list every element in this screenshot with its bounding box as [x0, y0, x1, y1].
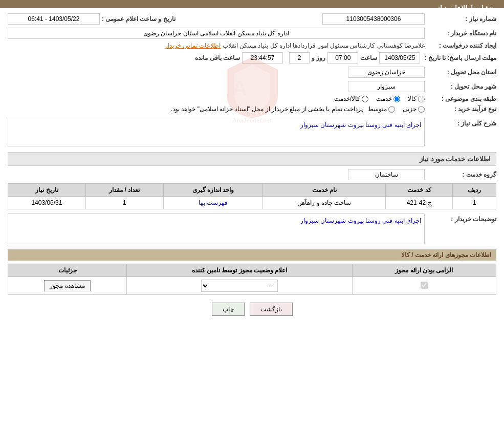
cell-name: ساخت جاده و راهآهن [263, 197, 386, 209]
col-joziyat: جزئیات [8, 264, 127, 277]
radio-khadamat-label: خدمت [376, 95, 392, 102]
permit-row: -- مشاهده مجوز [8, 277, 496, 295]
header-bar: جزئیات اطلاعات نیاز [0, 0, 504, 8]
permits-table: الزامی بودن ارائه مجوز اعلام وضعیت مجوز … [8, 264, 496, 295]
col-name: نام خدمت [263, 184, 386, 197]
print-button[interactable]: چاپ [212, 303, 245, 316]
main-content: A AnaJender.net شماره نیاز : 11030054380… [0, 8, 504, 329]
col-radif: ردیف [453, 184, 496, 197]
cell-tarikh: 1403/06/31 [8, 197, 86, 209]
mojavez-divider: اطلاعات مجوزهای ارائه خدمت / کالا [8, 249, 496, 261]
radio-jazii-item[interactable]: جزیی [403, 105, 425, 113]
ijad-konande-row: ایجاد کننده درخواست : غلامرضا کوهستانی ک… [8, 42, 496, 49]
baqi-value: 23:44:57 [242, 52, 283, 63]
rooz-label: روز و [312, 54, 325, 61]
nam-dastgah-label: نام دستگاه خریدار : [425, 30, 496, 37]
button-row: بازگشت چاپ [8, 303, 496, 324]
back-button[interactable]: بازگشت [250, 303, 293, 316]
tabaqe-label: طبقه بندی موضوعی : [425, 95, 496, 102]
permit-elzami-cell [352, 277, 496, 295]
gorooh-label: گروه خدمت : [425, 171, 496, 178]
baqi-label: ساعت باقی مانده [195, 54, 240, 61]
shahr-value: سبزوار [348, 81, 425, 92]
ostan-label: استان محل تحویل : [425, 69, 496, 76]
ostan-row: استان محل تحویل : خراسان رضوی [8, 67, 496, 78]
tarikh-value: 1403/05/22 - 06:41 [8, 13, 100, 25]
permit-joziyat-cell: مشاهده مجوز [8, 277, 127, 295]
col-tedad: تعداد / مقدار [85, 184, 163, 197]
farayand-text: پرداخت تمام یا بخشی از مبلغ خریدار از مح… [171, 105, 363, 113]
nam-dastgah-value: اداره کل بنیاد مسکن انقلاب اسلامی استان … [8, 28, 425, 39]
nam-dastgah-row: نام دستگاه خریدار : اداره کل بنیاد مسکن … [8, 28, 496, 39]
col-vahed: واحد اندازه گیری [163, 184, 262, 197]
col-elam: اعلام وضعیت مجوز توسط نامین کننده [127, 264, 353, 277]
shahr-row: شهر محل تحویل : سبزوار [8, 81, 496, 92]
gorooh-row: گروه خدمت : ساختمان [8, 169, 496, 180]
ijad-konande-link[interactable]: اطلاعات تماس خریدار [165, 42, 221, 49]
ijad-konande-name: غلامرضا کوهستانی کارشناس مسئول امور قرار… [223, 42, 425, 49]
cell-tedad: 1 [85, 197, 163, 209]
tosihaat-section: توضیحات خریدار : اجرای ابنیه فنی روستا ب… [8, 214, 496, 244]
date-value: 1403/05/25 [379, 52, 420, 63]
tabaqe-radio-group: کالا خدمت کالا/خدمت [334, 95, 425, 102]
shomara-row: شماره نیاز : 1103005438000306 تاریخ و سا… [8, 13, 496, 25]
sharh-label: شرح کلی نیاز : [425, 118, 496, 127]
services-table: ردیف کد خدمت نام خدمت واحد اندازه گیری ت… [8, 183, 496, 209]
elzami-checkbox [421, 282, 428, 289]
mohlat-label: مهلت ارسال پاسخ: تا تاریخ : [420, 54, 496, 61]
farayand-radio-group: جزیی متوسط [368, 105, 425, 113]
saat-label: ساعت [360, 54, 377, 61]
cell-radif: 1 [453, 197, 496, 209]
shahr-label: شهر محل تحویل : [425, 83, 496, 90]
khadamat-section-title: اطلاعات خدمات مورد نیاز [8, 152, 496, 166]
col-elzami: الزامی بودن ارائه مجوز [352, 264, 496, 277]
radio-jazii-input[interactable] [418, 106, 425, 113]
tosihaat-value: اجرای ابنیه فنی روستا بیروت شهرستان سبزو… [8, 214, 425, 244]
radio-kala-khadamat-item[interactable]: کالا/خدمت [334, 95, 368, 102]
radio-motavasset-input[interactable] [388, 106, 395, 113]
saat-value: 07:00 [327, 52, 358, 63]
permit-elam-select[interactable]: -- [201, 280, 278, 292]
radio-jazii-label: جزیی [403, 105, 417, 113]
rooz-value: 2 [289, 52, 310, 63]
gorooh-value: ساختمان [348, 169, 425, 180]
mohlat-row: مهلت ارسال پاسخ: تا تاریخ : 1403/05/25 س… [8, 52, 496, 63]
tarikh-label: تاریخ و ساعت اعلام عمومی : [102, 15, 176, 23]
shomara-value: 1103005438000306 [322, 13, 425, 25]
farayand-row: نوع فرآیند خرید : جزیی متوسط پرداخت تمام… [8, 105, 496, 113]
radio-motavasset-item[interactable]: متوسط [368, 105, 395, 113]
sharh-section: شرح کلی نیاز : [8, 118, 496, 148]
col-tarikh: تاریخ نیاز [8, 184, 86, 197]
farayand-label: نوع فرآیند خرید : [425, 105, 496, 113]
shomara-label: شماره نیاز : [425, 15, 496, 23]
radio-khadamat-input[interactable] [393, 96, 400, 102]
tosihaat-label: توضیحات خریدار : [425, 214, 496, 223]
radio-motavasset-label: متوسط [368, 105, 387, 113]
sharh-textarea[interactable] [8, 118, 425, 146]
radio-kala-item[interactable]: کالا [408, 95, 425, 102]
radio-kala-input[interactable] [418, 96, 425, 102]
cell-vahed[interactable]: فهرست بها [163, 197, 262, 209]
radio-kala-label: کالا [408, 95, 417, 102]
ostan-value: خراسان رضوی [348, 67, 425, 78]
table-row: 1 ج-42-421 ساخت جاده و راهآهن فهرست بها … [8, 197, 496, 209]
ijad-konande-label: ایجاد کننده درخواست : [425, 42, 496, 49]
col-code: کد خدمت [386, 184, 453, 197]
permit-elam-cell: -- [127, 277, 353, 295]
radio-kala-khadamat-label: کالا/خدمت [334, 95, 360, 102]
view-permit-button[interactable]: مشاهده مجوز [44, 280, 90, 291]
radio-khadamat-item[interactable]: خدمت [376, 95, 400, 102]
radio-kala-khadamat-input[interactable] [362, 96, 368, 102]
tabaqe-row: طبقه بندی موضوعی : کالا خدمت کالا/خدمت [8, 95, 496, 102]
page-wrapper: جزئیات اطلاعات نیاز A AnaJender.net شمار… [0, 0, 504, 448]
cell-code: ج-42-421 [386, 197, 453, 209]
